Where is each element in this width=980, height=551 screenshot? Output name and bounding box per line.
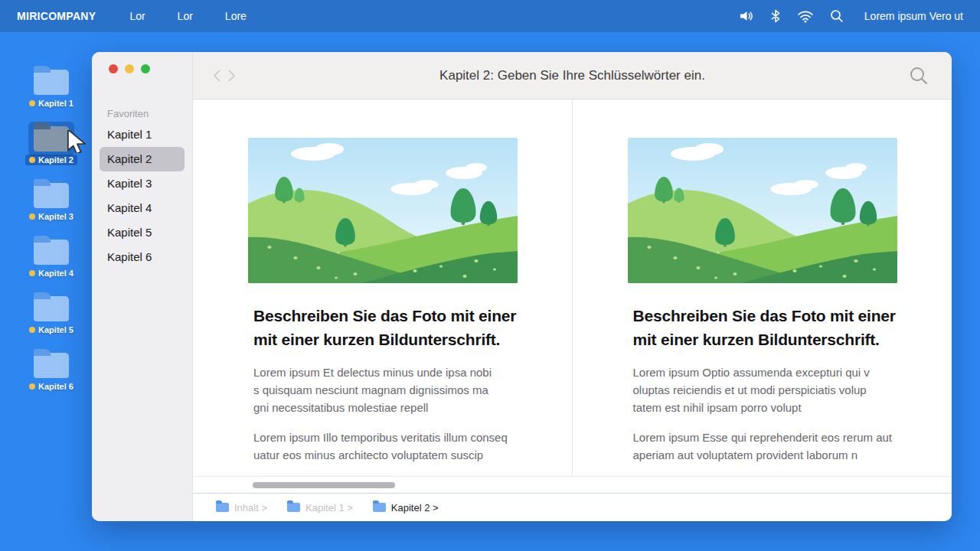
forward-chevron-icon[interactable] [225,68,237,83]
status-dot-icon [29,270,35,276]
status-dot-icon [29,214,35,220]
app-brand-menu[interactable]: MIRICOMPANY [17,10,96,22]
menubar-status-text[interactable]: Lorem ipsum Vero ut [864,10,963,22]
desktop-icon-kapitel-5[interactable]: Kapitel 5 [21,291,81,335]
menu-item-1[interactable]: Lor [125,8,149,24]
sidebar-section-label: Favoriten [107,108,185,119]
desktop-icon-label: Kapitel 6 [38,382,74,391]
photo-caption-heading: Beschreiben Sie das Foto mit einer mit e… [633,304,922,351]
window-title: Kapitel 2: Geben Sie Ihre Schlüsselwörte… [439,68,705,83]
toolbar-search-icon[interactable] [909,66,929,86]
desktop-icon-label: Kapitel 2 [38,155,74,165]
desktop-icon-kapitel-4[interactable]: Kapitel 4 [21,234,81,279]
sidebar-item-kapitel-3[interactable]: Kapitel 3 [100,171,185,196]
status-dot-icon [29,100,35,106]
breadcrumb-label: Kapitel 2 > [391,502,439,514]
breadcrumb-kapitel-1[interactable]: Kapitel 1 > [287,502,353,514]
folder-icon [373,503,386,512]
desktop-icon-kapitel-6[interactable]: Kapitel 6 [21,347,81,392]
back-chevron-icon[interactable] [211,68,224,83]
breadcrumb-label: Kapitel 1 > [305,502,353,514]
desktop-icon-kapitel-1[interactable]: Kapitel 1 [21,64,81,109]
volume-icon[interactable] [739,9,754,23]
sidebar-item-kapitel-4[interactable]: Kapitel 4 [100,196,185,220]
breadcrumb-bar: Inhalt > Kapitel 1 > Kapitel 2 > [193,494,952,521]
body-paragraph: Lorem ipsum Et delectus minus unde ipsa … [253,364,541,416]
horizontal-scrollbar-thumb[interactable] [253,482,395,488]
wifi-icon[interactable] [797,9,814,23]
folder-icon [34,353,69,378]
bluetooth-icon[interactable] [770,9,781,23]
desktop-icon-label: Kapitel 1 [38,99,74,108]
window-main: Kapitel 2: Geben Sie Ihre Schlüsselwörte… [193,52,952,521]
photo-caption-heading: Beschreiben Sie das Foto mit einer mit e… [253,304,541,351]
content-column-2: Beschreiben Sie das Foto mit einer mit e… [573,99,952,476]
spotlight-search-icon[interactable] [830,9,844,23]
window-toolbar: Kapitel 2: Geben Sie Ihre Schlüsselwörte… [193,52,952,99]
sidebar-item-kapitel-1[interactable]: Kapitel 1 [100,122,185,147]
folder-icon [287,503,300,512]
desktop-icon-label: Kapitel 5 [38,325,74,334]
close-button[interactable] [109,64,118,73]
folder-icon [34,296,69,321]
window-sidebar: Favoriten Kapitel 1 Kapitel 2 Kapitel 3 … [92,52,193,521]
folder-icon [34,183,69,208]
desktop-icon-label: Kapitel 4 [38,269,74,278]
horizontal-scrollbar-track[interactable] [193,476,952,494]
body-paragraph: Lorem ipsum Esse qui reprehenderit eos r… [633,429,922,464]
desktop-icon-kapitel-3[interactable]: Kapitel 3 [21,178,81,222]
status-dot-icon [29,383,35,390]
status-dot-icon [29,327,35,333]
content-column-1: Beschreiben Sie das Foto mit einer mit e… [193,99,573,476]
breadcrumb-inhalt[interactable]: Inhalt > [216,502,267,514]
body-paragraph: Lorem ipsum Illo temporibus veritatis il… [253,429,541,464]
folder-icon [34,240,69,265]
sidebar-item-kapitel-6[interactable]: Kapitel 6 [100,245,185,269]
landscape-illustration [248,138,518,283]
minimize-button[interactable] [125,64,134,73]
content-area: Beschreiben Sie das Foto mit einer mit e… [193,99,952,476]
menu-item-2[interactable]: Lor [173,8,198,24]
breadcrumb-label: Inhalt > [234,502,267,514]
folder-icon [34,126,69,152]
desktop-icon-label: Kapitel 3 [38,212,74,221]
desktop: Kapitel 1 Kapitel 2 Kapitel 3 Kapitel 4 … [21,64,81,404]
mouse-cursor-icon [67,130,88,153]
folder-icon [34,70,69,95]
status-dot-icon [29,157,35,163]
body-paragraph: Lorem ipsum Optio assumenda excepturi qu… [633,364,922,416]
breadcrumb-kapitel-2[interactable]: Kapitel 2 > [373,502,439,514]
menu-item-3[interactable]: Lore [220,8,251,24]
folder-icon [216,503,229,512]
zoom-button[interactable] [141,64,150,73]
menu-bar: MIRICOMPANY Lor Lor Lore Lorem ipsum Ver… [0,0,980,32]
sidebar-item-kapitel-5[interactable]: Kapitel 5 [100,220,185,245]
sidebar-item-kapitel-2[interactable]: Kapitel 2 [100,147,185,171]
landscape-illustration [628,138,897,283]
finder-window: Favoriten Kapitel 1 Kapitel 2 Kapitel 3 … [92,52,952,521]
